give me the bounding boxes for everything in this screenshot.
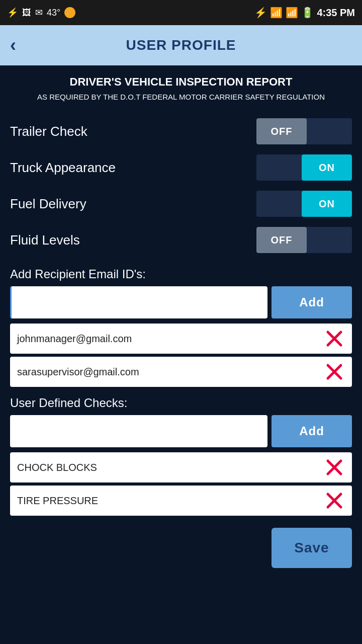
trailer-check-row: Trailer Check OFF [10,113,352,149]
bluetooth-icon: ⚡ [254,7,267,19]
status-bar: ⚡ 🖼 ✉ 43° ⚡ 📶 📶 🔋 4:35 PM [0,0,362,25]
email-item-text: sarasupervisor@gmail.com [17,366,139,378]
email-input-row: Add [10,286,352,318]
fuel-delivery-thumb: ON [302,191,352,217]
back-button[interactable]: ‹ [10,36,16,54]
close-icon [326,492,343,509]
fuel-delivery-label: Fuel Delivery [10,196,86,212]
trailer-check-thumb: OFF [256,118,307,144]
checks-input-row: Add [10,415,352,447]
usb-icon: ⚡ [7,7,18,18]
email-remove-button-0[interactable] [324,328,345,349]
email-add-button[interactable]: Add [272,286,352,318]
page-title: USER PROFILE [126,37,236,53]
email-input[interactable] [10,286,267,318]
fluid-levels-row: Fluid Levels OFF [10,222,352,258]
fuel-delivery-toggle[interactable]: ON [256,191,352,217]
report-subtitle: AS REQUIRED BY THE D.O.T FEDERAL MOTOR C… [10,92,352,102]
check-list-item: CHOCK BLOCKS [10,452,352,482]
email-remove-button-1[interactable] [324,361,345,382]
report-title: DRIVER'S VEHICLE INSPECTION REPORT [10,75,352,89]
close-icon [326,330,343,347]
email-item-text: johnmanager@gmail.com [17,333,132,345]
check-item-text: CHOCK BLOCKS [17,462,97,473]
close-icon [326,459,343,476]
check-remove-button-1[interactable] [324,490,345,511]
status-bar-right: ⚡ 📶 📶 🔋 4:35 PM [254,7,355,19]
truck-appearance-row: Truck Appearance ON [10,149,352,186]
report-header: DRIVER'S VEHICLE INSPECTION REPORT AS RE… [10,75,352,102]
truck-appearance-toggle[interactable]: ON [256,154,352,181]
email-list-item: johnmanager@gmail.com [10,324,352,354]
fluid-levels-label: Fluid Levels [10,232,80,248]
status-bar-left: ⚡ 🖼 ✉ 43° [7,7,75,18]
fuel-delivery-row: Fuel Delivery ON [10,186,352,222]
notification-icon [64,7,75,18]
trailer-check-toggle[interactable]: OFF [256,118,352,144]
check-list-item: TIRE PRESSURE [10,486,352,516]
header: ‹ USER PROFILE [0,25,362,65]
email-icon: ✉ [35,7,43,18]
fluid-levels-thumb: OFF [256,227,307,253]
wifi-icon: 📶 [270,7,283,19]
close-icon [326,363,343,380]
checks-input[interactable] [10,415,267,447]
save-row: Save [10,528,352,568]
image-icon: 🖼 [22,8,31,18]
check-item-text: TIRE PRESSURE [17,495,98,507]
fluid-levels-toggle[interactable]: OFF [256,227,352,253]
checks-add-button[interactable]: Add [272,415,352,447]
temperature: 43° [47,8,60,18]
time-display: 4:35 PM [317,7,355,19]
trailer-check-label: Trailer Check [10,124,87,139]
battery-icon: 🔋 [301,7,314,19]
truck-appearance-thumb: ON [302,154,352,181]
toggles-section: Trailer Check OFF Truck Appearance ON Fu… [10,113,352,258]
signal-icon: 📶 [286,7,298,19]
check-remove-button-0[interactable] [324,457,345,478]
truck-appearance-label: Truck Appearance [10,160,116,176]
save-button[interactable]: Save [272,528,352,568]
email-list-item: sarasupervisor@gmail.com [10,357,352,387]
email-section-label: Add Recipient Email ID's: [10,267,352,281]
checks-section-label: User Defined Checks: [10,396,352,410]
main-content: DRIVER'S VEHICLE INSPECTION REPORT AS RE… [0,65,362,644]
